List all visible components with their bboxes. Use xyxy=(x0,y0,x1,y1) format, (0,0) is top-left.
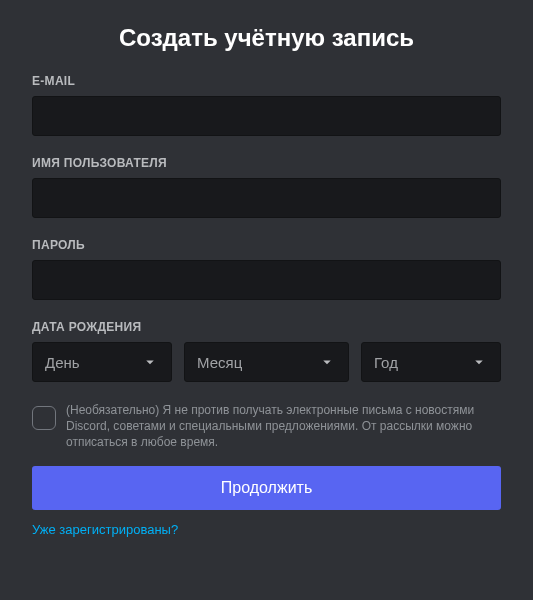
dob-month-value: Месяц xyxy=(197,354,242,371)
email-label: E-MAIL xyxy=(32,74,501,88)
email-field-group: E-MAIL xyxy=(32,74,501,136)
password-input[interactable] xyxy=(32,260,501,300)
marketing-optin-checkbox[interactable] xyxy=(32,406,56,430)
dob-year-value: Год xyxy=(374,354,398,371)
username-input[interactable] xyxy=(32,178,501,218)
marketing-optin-text: (Необязательно) Я не против получать эле… xyxy=(66,402,501,450)
chevron-down-icon xyxy=(318,353,336,371)
dob-field-group: ДАТА РОЖДЕНИЯ День Месяц xyxy=(32,320,501,382)
chevron-down-icon xyxy=(470,353,488,371)
dob-row: День Месяц Год xyxy=(32,342,501,382)
marketing-optin-row: (Необязательно) Я не против получать эле… xyxy=(32,402,501,450)
dob-year-select[interactable]: Год xyxy=(361,342,501,382)
password-label: ПАРОЛЬ xyxy=(32,238,501,252)
dob-day-value: День xyxy=(45,354,80,371)
username-field-group: ИМЯ ПОЛЬЗОВАТЕЛЯ xyxy=(32,156,501,218)
password-field-group: ПАРОЛЬ xyxy=(32,238,501,300)
already-registered-link[interactable]: Уже зарегистрированы? xyxy=(32,522,178,537)
chevron-down-icon xyxy=(141,353,159,371)
dob-label: ДАТА РОЖДЕНИЯ xyxy=(32,320,501,334)
username-label: ИМЯ ПОЛЬЗОВАТЕЛЯ xyxy=(32,156,501,170)
page-title: Создать учётную запись xyxy=(32,24,501,52)
register-form: Создать учётную запись E-MAIL ИМЯ ПОЛЬЗО… xyxy=(0,0,533,538)
dob-day-select[interactable]: День xyxy=(32,342,172,382)
email-input[interactable] xyxy=(32,96,501,136)
continue-button[interactable]: Продолжить xyxy=(32,466,501,510)
dob-month-select[interactable]: Месяц xyxy=(184,342,349,382)
